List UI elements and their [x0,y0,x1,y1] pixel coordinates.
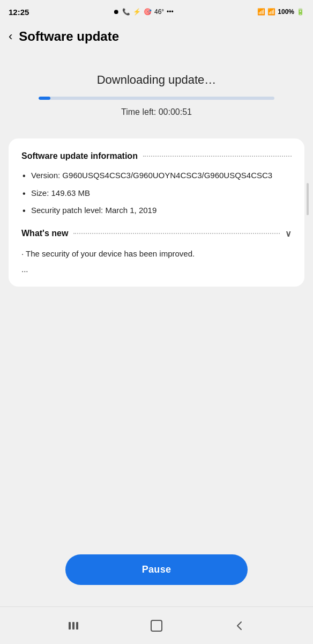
download-status-text: Downloading update… [97,73,217,87]
list-item: Security patch level: March 1, 2019 [21,204,292,217]
progress-bar-fill [39,97,50,100]
wifi-icon: 📶 [257,8,265,16]
top-bar: ‹ Software update [0,21,313,52]
list-item: Size: 149.63 MB [21,187,292,200]
info-section-header: Software update information [21,151,292,161]
svg-rect-3 [151,620,162,631]
recent-apps-button[interactable] [68,620,79,632]
back-button[interactable]: ‹ [9,30,12,43]
scroll-hint [307,183,309,215]
home-button[interactable] [150,619,163,633]
home-icon [150,619,163,633]
header-dots [143,156,292,157]
info-card: Software update information Version: G96… [9,138,304,287]
back-nav-button[interactable] [234,620,245,632]
main-content: Downloading update… Time left: 00:00:51 … [0,52,313,606]
status-right: 📶 📶 100% 🔋 [257,8,304,16]
back-nav-icon [234,620,245,632]
progress-bar-container [39,97,274,100]
status-icons: ⏺ 📞 ⚡ 🎯 46° ••• [113,8,174,16]
nav-bar [0,606,313,644]
info-section-title: Software update information [21,151,138,161]
target-icon: 🎯 [144,8,152,16]
pause-section: Pause [0,297,313,607]
svg-rect-1 [72,622,74,630]
info-list: Version: G960USQS4CSC3/G960UOYN4CSC3/G96… [21,170,292,217]
status-time: 12:25 [9,8,29,17]
page-title: Software update [19,29,119,44]
whats-new-label: What's new [21,229,68,238]
list-item: Version: G960USQS4CSC3/G960UOYN4CSC3/G96… [21,170,292,182]
download-section: Downloading update… Time left: 00:00:51 [0,62,313,133]
pause-button[interactable]: Pause [65,554,248,585]
recent-apps-icon [68,620,79,632]
more-icon: ••• [167,8,174,16]
battery-icon: 🔋 [296,8,304,16]
chevron-down-icon: ∨ [285,229,292,239]
time-left-label: Time left: 00:00:51 [121,107,192,117]
whats-new-dots [73,233,280,234]
whats-new-ellipsis: ... [21,265,292,274]
signal-icon: 📶 [267,8,275,16]
record-icon: ⏺ [113,8,120,16]
temp-label: 46° [154,8,164,16]
svg-rect-2 [76,622,78,630]
battery-percent: 100% [278,8,294,16]
svg-rect-0 [69,622,71,630]
whats-new-text: · The security of your device has been i… [21,247,292,260]
call-icon: 📞 [122,8,130,16]
status-bar: 12:25 ⏺ 📞 ⚡ 🎯 46° ••• 📶 📶 100% 🔋 [0,0,313,21]
flash-icon: ⚡ [133,8,141,16]
whats-new-header[interactable]: What's new ∨ [21,229,292,239]
